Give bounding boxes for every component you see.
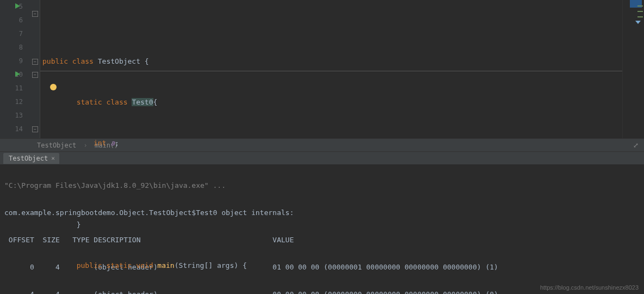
marker[interactable] xyxy=(637,16,643,17)
line-number: 6 xyxy=(0,14,23,27)
line-number: 14 xyxy=(0,122,23,136)
run-gutter-icon[interactable] xyxy=(15,71,20,77)
line-number-gutter: 5 6 7 8 9 10 11 12 13 14 xyxy=(0,0,30,138)
error-stripe[interactable] xyxy=(622,0,644,138)
watermark: https://blog.csdn.net/sunshinezx8023 xyxy=(540,284,639,291)
class-name: Test0 xyxy=(132,98,153,106)
marker[interactable] xyxy=(637,11,643,12)
line-number: 11 xyxy=(0,82,23,95)
fold-column: − − − − xyxy=(30,0,40,138)
method-separator xyxy=(40,71,622,71)
fold-toggle-icon[interactable]: − xyxy=(32,126,38,132)
code-text: (String[] args) { xyxy=(175,261,247,270)
run-gutter-icon[interactable] xyxy=(15,3,20,9)
line-number: 9 xyxy=(0,54,23,68)
code-editor[interactable]: public class TestObject { static class T… xyxy=(40,0,622,138)
keyword: static class xyxy=(77,98,132,106)
code-text: ; xyxy=(115,139,119,147)
fold-toggle-icon[interactable]: − xyxy=(32,11,38,17)
chevron-down-icon[interactable] xyxy=(635,21,641,24)
fold-toggle-icon[interactable]: − xyxy=(32,72,38,78)
line-number: 8 xyxy=(0,41,23,54)
blank-line xyxy=(42,177,622,191)
code-text: } xyxy=(77,220,81,229)
code-text: { xyxy=(140,57,149,65)
field: a xyxy=(110,139,115,147)
line-number: 5 xyxy=(0,0,23,14)
keyword: public static void xyxy=(77,261,158,270)
keyword: int xyxy=(94,139,110,147)
expand-icon[interactable]: ⤢ xyxy=(633,139,639,152)
intention-bulb-icon[interactable] xyxy=(50,84,57,90)
keyword: public class xyxy=(42,57,98,65)
line-number: 12 xyxy=(0,95,23,109)
line-number: 13 xyxy=(0,109,23,122)
fold-toggle-icon[interactable]: − xyxy=(32,59,38,65)
line-number: 10 xyxy=(0,68,23,82)
method-name: main xyxy=(157,261,174,270)
editor-area: 5 6 7 8 9 10 11 12 13 14 − − − − public … xyxy=(0,0,644,139)
code-text: { xyxy=(153,98,158,106)
line-number: 7 xyxy=(0,27,23,41)
class-name: TestObject xyxy=(98,57,140,65)
marker[interactable] xyxy=(637,5,643,7)
